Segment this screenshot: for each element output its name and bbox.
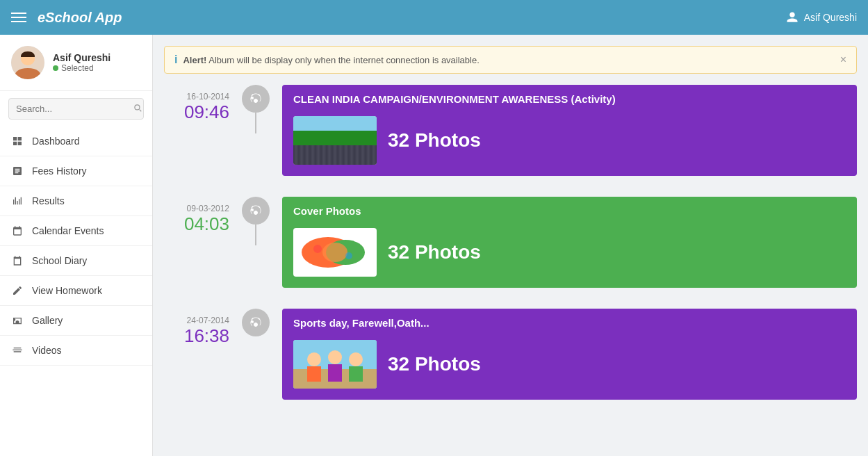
alert-prefix: Alert! xyxy=(183,55,206,65)
avatar xyxy=(11,46,44,79)
content-area: i Alert! Album will be display only when… xyxy=(153,35,868,456)
svg-point-14 xyxy=(349,352,363,366)
user-status: Selected xyxy=(53,63,110,73)
timeline-card-1[interactable]: CLEAN INDIA CAMPAIGN/ENVIRONMENT AWARENE… xyxy=(282,85,857,176)
card-body-2: 32 Photos xyxy=(282,222,857,288)
timeline-time-1: 16-10-2014 09:46 xyxy=(164,85,240,123)
card-photos-2: 32 Photos xyxy=(388,241,481,263)
main-layout: Asif Qureshi Selected Dashb xyxy=(0,35,868,456)
sidebar-item-diary-label: School Diary xyxy=(32,255,87,266)
search-input[interactable] xyxy=(16,104,133,114)
timeline-dot-2 xyxy=(242,197,270,225)
alert-message: Alert! Album will be display only when t… xyxy=(183,55,479,65)
card-thumbnail-3 xyxy=(293,340,377,389)
timeline-dot-3 xyxy=(242,309,270,336)
sidebar-item-dashboard-label: Dashboard xyxy=(32,136,80,147)
sidebar-item-gallery-label: Gallery xyxy=(32,315,63,326)
timeline-date-2: 09-03-2012 xyxy=(164,204,229,213)
card-body-3: 32 Photos xyxy=(282,334,857,400)
search-button[interactable] xyxy=(133,103,142,115)
card-title-2: Cover Photos xyxy=(282,197,857,222)
dashboard-icon xyxy=(11,135,24,147)
timeline-date-1: 16-10-2014 xyxy=(164,92,229,101)
header-left: eSchool App xyxy=(11,10,122,26)
timeline-card-2[interactable]: Cover Photos xyxy=(282,197,857,288)
card-photos-1: 32 Photos xyxy=(388,129,481,152)
card-photos-3: 32 Photos xyxy=(388,353,481,375)
alert-text: Album will be display only when the inte… xyxy=(208,55,480,65)
user-icon-header xyxy=(786,11,799,24)
diary-icon xyxy=(11,254,24,267)
timeline-time-2: 09-03-2012 04:03 xyxy=(164,197,240,235)
timeline: 16-10-2014 09:46 CLEAN INDIA CAMPAIGN/EN… xyxy=(164,85,857,421)
fees-icon xyxy=(11,165,24,177)
alert-close-button[interactable]: × xyxy=(840,54,846,66)
sidebar-item-homework-label: View Homework xyxy=(32,285,102,296)
sidebar-item-gallery[interactable]: Gallery xyxy=(0,306,152,336)
results-icon xyxy=(11,195,24,207)
timeline-date-3: 24-07-2014 xyxy=(164,316,229,325)
card-title-3: Sports day, Farewell,Oath... xyxy=(282,309,857,334)
sidebar-item-calendar-events[interactable]: Calendar Events xyxy=(0,216,152,246)
timeline-line-1 xyxy=(255,113,256,133)
timeline-dot-wrap-1 xyxy=(240,85,271,113)
header-right: Asif Qureshi xyxy=(786,11,857,24)
sidebar-item-results-label: Results xyxy=(32,195,65,206)
timeline-dot-wrap-2 xyxy=(240,197,271,225)
status-dot xyxy=(53,65,58,71)
svg-rect-15 xyxy=(349,366,363,382)
nav-menu: Dashboard Fees History Results Calendar … xyxy=(0,127,152,456)
svg-point-10 xyxy=(307,352,321,366)
homework-icon xyxy=(11,284,24,297)
svg-point-5 xyxy=(322,243,347,262)
top-header: eSchool App Asif Qureshi xyxy=(0,0,868,35)
sidebar-username: Asif Qureshi xyxy=(53,52,110,63)
sidebar-item-calendar-label: Calendar Events xyxy=(32,225,104,236)
alert-info-icon: i xyxy=(174,54,177,66)
sidebar-item-fees-label: Fees History xyxy=(32,165,87,177)
svg-rect-11 xyxy=(307,366,321,382)
card-thumbnail-1 xyxy=(293,116,377,165)
svg-point-7 xyxy=(345,252,352,259)
alert-banner: i Alert! Album will be display only when… xyxy=(164,46,857,74)
sidebar-item-results[interactable]: Results xyxy=(0,186,152,216)
user-profile: Asif Qureshi Selected xyxy=(0,35,152,91)
svg-point-12 xyxy=(328,350,342,364)
card-body-1: 32 Photos xyxy=(282,111,857,176)
timeline-card-3[interactable]: Sports day, Farewell,Oath... xyxy=(282,309,857,400)
sidebar-item-fees-history[interactable]: Fees History xyxy=(0,156,152,186)
sidebar-item-videos[interactable]: Videos xyxy=(0,336,152,366)
timeline-time-3: 24-07-2014 16:38 xyxy=(164,309,240,347)
header-username: Asif Qureshi xyxy=(804,12,857,23)
card-title-1: CLEAN INDIA CAMPAIGN/ENVIRONMENT AWARENE… xyxy=(282,85,857,111)
svg-point-6 xyxy=(313,245,322,253)
gallery-icon xyxy=(11,314,24,327)
timeline-clock-3: 16:38 xyxy=(164,325,229,347)
timeline-dot-wrap-3 xyxy=(240,309,271,336)
timeline-clock-2: 04:03 xyxy=(164,213,229,235)
timeline-line-2 xyxy=(255,225,256,245)
timeline-entry-3: 24-07-2014 16:38 Sports day, Farewell,Oa… xyxy=(164,309,857,400)
timeline-clock-1: 09:46 xyxy=(164,101,229,123)
sidebar-item-dashboard[interactable]: Dashboard xyxy=(0,127,152,156)
sidebar-item-videos-label: Videos xyxy=(32,345,62,356)
calendar-icon xyxy=(11,225,24,237)
timeline-entry-2: 09-03-2012 04:03 Cover Photos xyxy=(164,197,857,288)
card-thumbnail-2 xyxy=(293,228,377,277)
timeline-dot-1 xyxy=(242,85,270,113)
svg-rect-13 xyxy=(328,364,342,382)
sidebar-item-view-homework[interactable]: View Homework xyxy=(0,276,152,306)
user-info: Asif Qureshi Selected xyxy=(53,52,110,73)
sidebar-item-school-diary[interactable]: School Diary xyxy=(0,246,152,276)
timeline-entry-1: 16-10-2014 09:46 CLEAN INDIA CAMPAIGN/EN… xyxy=(164,85,857,176)
hamburger-icon[interactable] xyxy=(11,13,26,22)
alert-left: i Alert! Album will be display only when… xyxy=(174,54,480,66)
search-box xyxy=(8,98,144,120)
status-label: Selected xyxy=(61,63,94,73)
sidebar: Asif Qureshi Selected Dashb xyxy=(0,35,153,456)
videos-icon xyxy=(11,344,24,357)
app-title: eSchool App xyxy=(38,10,122,26)
